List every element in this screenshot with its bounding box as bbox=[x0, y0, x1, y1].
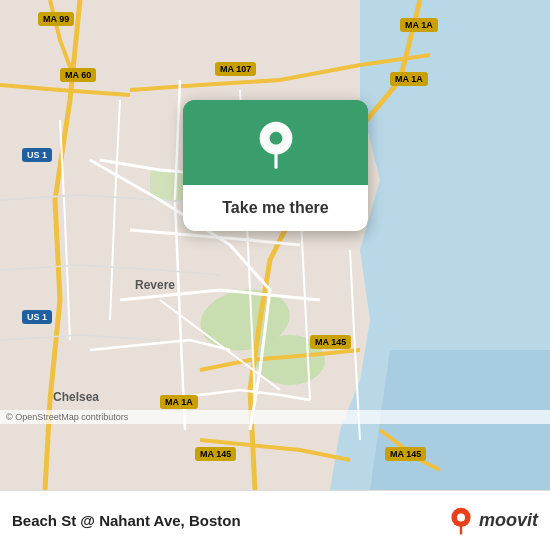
badge-ma145-bottom-right: MA 145 bbox=[385, 447, 426, 461]
badge-us1-top: US 1 bbox=[22, 148, 52, 162]
take-me-there-button[interactable]: Take me there bbox=[183, 185, 368, 231]
moovit-pin-icon bbox=[447, 507, 475, 535]
svg-point-9 bbox=[457, 513, 465, 521]
badge-us1-bottom: US 1 bbox=[22, 310, 52, 324]
badge-ma145-bottom-left: MA 145 bbox=[195, 447, 236, 461]
svg-point-6 bbox=[269, 132, 282, 145]
moovit-logo-text: moovit bbox=[479, 510, 538, 531]
badge-ma1a-mid-right: MA 1A bbox=[390, 72, 428, 86]
location-pin-icon bbox=[251, 120, 301, 170]
popup-card: Take me there bbox=[183, 100, 368, 231]
badge-ma107: MA 107 bbox=[215, 62, 256, 76]
label-revere: Revere bbox=[135, 278, 175, 292]
popup-icon-area bbox=[183, 100, 368, 185]
badge-ma99: MA 99 bbox=[38, 12, 74, 26]
map-container: MA 99 MA 60 MA 107 MA 1A MA 1A US 1 US 1… bbox=[0, 0, 550, 490]
badge-ma1a-bottom: MA 1A bbox=[160, 395, 198, 409]
location-name: Beach St @ Nahant Ave, Boston bbox=[12, 512, 447, 529]
bottom-bar: Beach St @ Nahant Ave, Boston moovit bbox=[0, 490, 550, 550]
label-chelsea: Chelsea bbox=[53, 390, 99, 404]
moovit-logo: moovit bbox=[447, 507, 538, 535]
map-attribution: © OpenStreetMap contributors bbox=[0, 410, 550, 424]
badge-ma145-mid: MA 145 bbox=[310, 335, 351, 349]
badge-ma1a-top-right: MA 1A bbox=[400, 18, 438, 32]
badge-ma60: MA 60 bbox=[60, 68, 96, 82]
